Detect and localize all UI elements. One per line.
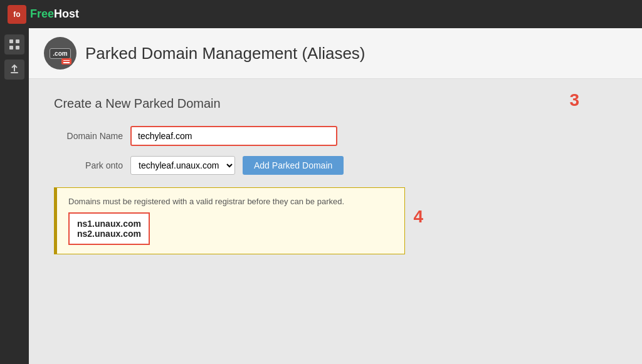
nameservers-box: ns1.unaux.com ns2.unaux.com	[68, 212, 150, 245]
park-onto-select[interactable]: techyleaf.unaux.com	[130, 156, 235, 175]
page-header: .com Parked Domain Management (Aliases)	[29, 28, 642, 79]
ns1: ns1.unaux.com	[77, 219, 141, 229]
svg-rect-1	[16, 39, 19, 43]
form-section-title: Create a New Parked Domain	[54, 96, 617, 111]
domain-name-label: Domain Name	[54, 131, 123, 141]
parked-domain-icon: .com	[44, 37, 76, 70]
logo-host: Host	[54, 8, 79, 20]
svg-rect-2	[9, 46, 13, 49]
step-3-number: 3	[569, 90, 579, 110]
logo-free: Free	[30, 8, 54, 20]
main-content: .com Parked Domain Management (Aliases) …	[29, 28, 642, 364]
top-navbar: fo FreeHost	[0, 0, 642, 28]
domain-name-row: Domain Name	[54, 126, 617, 146]
logo-text: FreeHost	[30, 8, 79, 21]
park-onto-label: Park onto	[54, 160, 123, 170]
svg-rect-4	[11, 72, 18, 73]
ns2: ns2.unaux.com	[77, 229, 141, 239]
park-onto-row: Park onto techyleaf.unaux.com Add Parked…	[54, 156, 617, 175]
info-message: Domains must be registered with a valid …	[68, 197, 393, 206]
info-box: Domains must be registered with a valid …	[54, 187, 405, 254]
svg-rect-3	[16, 46, 19, 49]
step-4-number: 4	[413, 207, 423, 227]
sidebar-upload-button[interactable]	[4, 60, 24, 80]
add-parked-domain-button[interactable]: Add Parked Domain	[243, 156, 344, 175]
sidebar-grid-button[interactable]	[4, 34, 24, 55]
form-area: Create a New Parked Domain 3 Domain Name…	[29, 79, 642, 364]
sidebar	[0, 28, 29, 364]
logo-icon: fo	[8, 5, 26, 24]
domain-name-input[interactable]	[130, 126, 337, 146]
svg-rect-0	[9, 39, 13, 43]
logo: fo FreeHost	[8, 5, 79, 24]
page-title: Parked Domain Management (Aliases)	[85, 44, 366, 63]
